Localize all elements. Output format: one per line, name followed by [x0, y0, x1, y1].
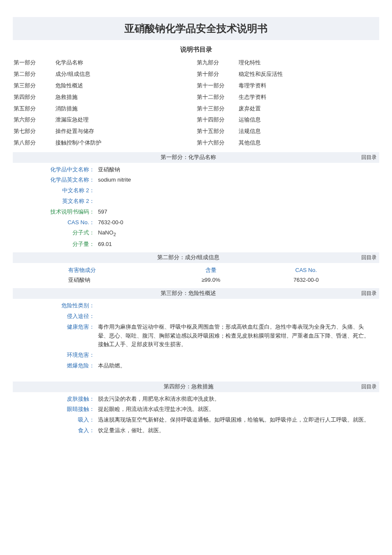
section-header-3: 第三部分：危险性概述 回目录	[13, 288, 379, 299]
toc-item[interactable]: 第七部分操作处置与储存	[13, 126, 196, 137]
inhalation-value: 迅速脱离现场至空气新鲜处。保持呼吸道通畅。如呼吸困难，给输氧。如呼吸停止，立即进…	[98, 416, 379, 425]
toc-item[interactable]: 第十一部分毒理学资料	[196, 80, 379, 92]
toc-item[interactable]: 第九部分理化特性	[196, 57, 379, 69]
cn-name2-label: 中文名称 2：	[13, 186, 98, 195]
toc-part: 第七部分	[13, 127, 55, 136]
col-header-cas: CAS No.	[259, 266, 379, 275]
cn-name2-value	[98, 186, 379, 195]
toc-item[interactable]: 第三部分危险性概述	[13, 80, 196, 92]
formula-label: 分子式：	[13, 228, 98, 238]
ingestion-value: 饮足量温水，催吐。就医。	[98, 426, 379, 435]
mw-label: 分子量：	[13, 240, 98, 249]
toc-name: 理化特性	[239, 58, 379, 67]
toc-name: 法规信息	[239, 127, 379, 136]
section-header-4: 第四部分：急救措施 回目录	[13, 382, 379, 392]
cn-name-label: 化学品中文名称：	[13, 165, 98, 174]
col-header-ingredient: 有害物成分	[13, 266, 163, 275]
toc-item[interactable]: 第十三部分废弃处置	[196, 103, 379, 115]
section-title: 第二部分：成分/组成信息	[15, 253, 361, 262]
cn-name-value: 亚硝酸钠	[98, 165, 379, 174]
cell-content: ≥99.0%	[163, 275, 258, 285]
env-hazard-value	[98, 351, 379, 360]
toc-name: 危险性概述	[55, 81, 196, 90]
toc-item[interactable]: 第八部分接触控制/个体防护	[13, 137, 196, 149]
code-label: 技术说明书编码：	[13, 208, 98, 217]
fire-hazard-label: 燃爆危险：	[13, 361, 98, 370]
toc-part: 第四部分	[13, 93, 55, 102]
table-row: 亚硝酸钠 ≥99.0% 7632-00-0	[13, 275, 379, 285]
en-name2-label: 英文名称 2：	[13, 197, 98, 206]
toc-name: 成分/组成信息	[55, 70, 196, 79]
back-to-toc-link[interactable]: 回目录	[361, 383, 377, 391]
toc-item[interactable]: 第十四部分运输信息	[196, 114, 379, 126]
entry-route-label: 侵入途径：	[13, 312, 98, 321]
toc-part: 第十三部分	[196, 104, 239, 113]
toc-part: 第五部分	[13, 104, 55, 113]
toc-part: 第十一部分	[196, 81, 239, 90]
toc-part: 第九部分	[196, 58, 239, 67]
col-header-content: 含量	[163, 266, 258, 275]
toc-item[interactable]: 第十五部分法规信息	[196, 126, 379, 137]
code-value: 597	[98, 208, 379, 217]
toc-item[interactable]: 第六部分泄漏应急处理	[13, 114, 196, 126]
page-title: 亚硝酸钠化学品安全技术说明书	[13, 17, 379, 40]
toc-item[interactable]: 第十六部分其他信息	[196, 137, 379, 149]
cas-value: 7632-00-0	[98, 218, 379, 227]
formula-subscript: 2	[113, 232, 116, 237]
en-name-value: sodium nitrite	[98, 176, 379, 185]
toc-item[interactable]: 第一部分化学品名称	[13, 57, 196, 69]
formula-value: NaNO2	[98, 228, 379, 238]
toc-name: 化学品名称	[55, 58, 196, 67]
toc-name: 急救措施	[55, 93, 196, 102]
back-to-toc-link[interactable]: 回目录	[361, 153, 377, 162]
skin-contact-label: 皮肤接触：	[13, 395, 98, 404]
formula-base: NaNO	[98, 229, 113, 236]
toc-name: 泄漏应急处理	[55, 116, 196, 124]
back-to-toc-link[interactable]: 回目录	[361, 254, 377, 262]
toc-part: 第二部分	[13, 70, 55, 79]
back-to-toc-link[interactable]: 回目录	[361, 289, 377, 298]
en-name-label: 化学品英文名称：	[13, 176, 98, 185]
env-hazard-label: 环境危害：	[13, 351, 98, 360]
en-name2-value	[98, 197, 379, 206]
toc-name: 毒理学资料	[239, 81, 379, 90]
section-title: 第四部分：急救措施	[15, 382, 361, 391]
toc-part: 第十五部分	[196, 127, 239, 136]
toc-item[interactable]: 第十二部分生态学资料	[196, 92, 379, 103]
toc-name: 接触控制/个体防护	[55, 139, 196, 147]
skin-contact-value: 脱去污染的衣着，用肥皂水和清水彻底冲洗皮肤。	[98, 395, 379, 404]
toc-name: 消防措施	[55, 104, 196, 113]
toc-item[interactable]: 第二部分成分/组成信息	[13, 69, 196, 80]
section-title: 第一部分：化学品名称	[15, 153, 361, 162]
toc-part: 第十六部分	[196, 139, 239, 147]
eye-contact-label: 眼睛接触：	[13, 405, 98, 414]
spacer	[13, 371, 379, 379]
toc-name: 其他信息	[239, 139, 379, 147]
toc-name: 生态学资料	[239, 93, 379, 102]
ingestion-label: 食入：	[13, 426, 98, 435]
toc-item[interactable]: 第四部分急救措施	[13, 92, 196, 103]
section-title: 第三部分：危险性概述	[15, 289, 361, 298]
table-header-row: 有害物成分 含量 CAS No.	[13, 266, 379, 275]
toc-part: 第十部分	[196, 70, 239, 79]
hazard-category-label: 危险性类别：	[13, 301, 98, 310]
cell-cas: 7632-00-0	[259, 275, 379, 285]
toc-item[interactable]: 第十部分稳定性和反应活性	[196, 69, 379, 80]
entry-route-value	[98, 312, 379, 321]
cell-ingredient: 亚硝酸钠	[13, 275, 163, 285]
toc-item[interactable]: 第五部分消防措施	[13, 103, 196, 115]
toc-part: 第十二部分	[196, 93, 239, 102]
toc-part: 第八部分	[13, 139, 55, 147]
health-hazard-value: 毒作用为麻痹血管运动中枢、呼吸中枢及周围血管；形成高铁血红蛋白。急性中毒表现为全…	[98, 323, 379, 349]
mw-value: 69.01	[98, 240, 379, 249]
toc-name: 废弃处置	[239, 104, 379, 113]
toc-name: 稳定性和反应活性	[239, 70, 379, 79]
section-header-2: 第二部分：成分/组成信息 回目录	[13, 252, 379, 263]
hazard-category-value	[98, 301, 379, 310]
fire-hazard-value: 本品助燃。	[98, 361, 379, 370]
section-header-1: 第一部分：化学品名称 回目录	[13, 152, 379, 163]
toc-part: 第十四部分	[196, 116, 239, 124]
table-of-contents: 第一部分化学品名称 第九部分理化特性 第二部分成分/组成信息 第十部分稳定性和反…	[13, 57, 379, 148]
toc-name: 运输信息	[239, 116, 379, 124]
toc-name: 操作处置与储存	[55, 127, 196, 136]
